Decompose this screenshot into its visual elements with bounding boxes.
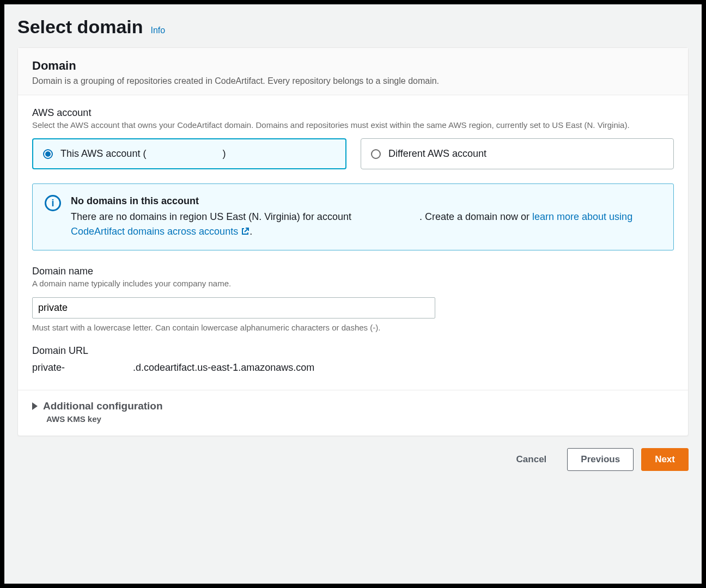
domain-name-help: A domain name typically includes your co… [32,278,674,289]
domain-subheading: Domain is a grouping of repositories cre… [32,76,674,86]
previous-button[interactable]: Previous [567,448,634,471]
page-title: Select domain [17,16,143,38]
no-domains-infobox: i No domains in this account There are n… [32,183,674,250]
additional-config-toggle[interactable]: Additional configuration [32,400,674,412]
domain-name-input[interactable] [32,297,435,318]
radio-different-label: Different AWS account [388,148,486,160]
radio-icon [43,149,53,159]
external-link-icon [241,227,249,236]
domain-url-value: private- .d.codeartifact.us-east-1.amazo… [32,362,674,373]
radio-icon [371,149,381,159]
infobox-body: There are no domains in region US East (… [71,210,661,239]
domain-url-label: Domain URL [32,345,674,357]
info-icon: i [45,195,61,211]
radio-different-aws-account[interactable]: Different AWS account [361,138,674,169]
cancel-button[interactable]: Cancel [503,449,560,470]
infobox-title: No domains in this account [71,194,661,209]
domain-name-label: Domain name [32,266,674,277]
aws-account-label: AWS account [32,107,674,119]
domain-name-constraint: Must start with a lowercase letter. Can … [32,323,674,332]
additional-config-sub: AWS KMS key [46,414,674,424]
radio-this-label: This AWS account () [60,148,226,160]
aws-account-help: Select the AWS account that owns your Co… [32,120,674,131]
domain-panel: Domain Domain is a grouping of repositor… [17,47,689,436]
radio-this-aws-account[interactable]: This AWS account () [32,138,346,169]
next-button[interactable]: Next [641,448,689,471]
info-link[interactable]: Info [151,26,166,35]
caret-right-icon [32,402,38,410]
domain-heading: Domain [32,59,674,73]
